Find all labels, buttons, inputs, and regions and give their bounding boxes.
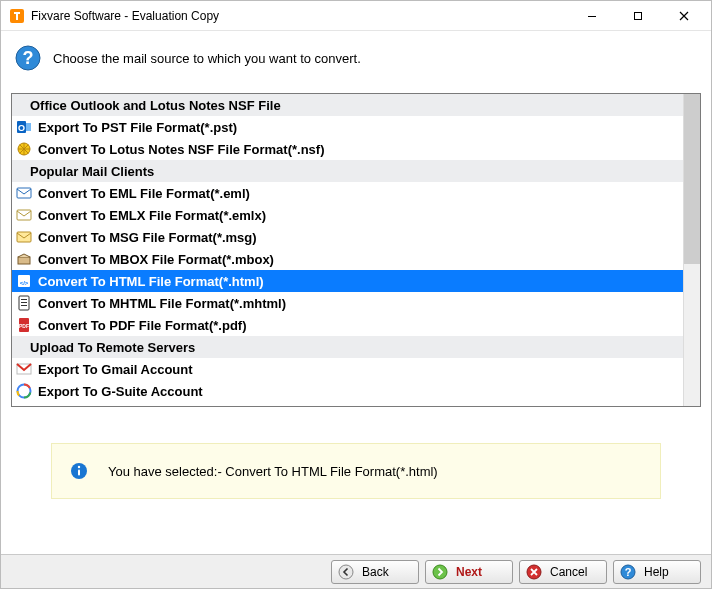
list-item[interactable]: Convert To Lotus Notes NSF File Format(*… [12,138,700,160]
cancel-button-label: Cancel [550,565,594,579]
maximize-button[interactable] [615,2,661,30]
list-item-label: Export To G-Suite Account [36,384,203,399]
list-group-header: Popular Mail Clients [12,160,700,182]
window-title: Fixvare Software - Evaluation Copy [31,9,569,23]
selection-hint: You have selected:- Convert To HTML File… [51,443,661,499]
list-item-label: Convert To MHTML File Format(*.mhtml) [36,296,286,311]
list-item-label: Export To Gmail Account [36,362,193,377]
gsuite-icon [16,383,32,399]
next-arrow-icon [432,564,448,580]
info-icon [70,462,88,480]
mbox-icon [16,251,32,267]
help-button-label: Help [644,565,688,579]
svg-text:</>: </> [20,280,29,286]
list-item[interactable]: Convert To MSG File Format(*.msg) [12,226,700,248]
svg-rect-9 [17,188,31,198]
svg-point-25 [78,466,80,468]
svg-rect-2 [635,12,642,19]
mhtml-icon [16,295,32,311]
list-header-label: Upload To Remote Servers [28,340,195,355]
titlebar: Fixvare Software - Evaluation Copy [1,1,711,31]
list-item[interactable]: </>Convert To HTML File Format(*.html) [12,270,700,292]
html-icon: </> [16,273,32,289]
next-button[interactable]: Next [425,560,513,584]
minimize-button[interactable] [569,2,615,30]
cancel-button[interactable]: Cancel [519,560,607,584]
selection-hint-text: You have selected:- Convert To HTML File… [108,464,438,479]
svg-rect-16 [21,299,27,300]
list-item[interactable]: PDFConvert To PDF File Format(*.pdf) [12,314,700,336]
wizard-window: Fixvare Software - Evaluation Copy ? Cho… [0,0,712,589]
list-item[interactable]: Convert To MBOX File Format(*.mbox) [12,248,700,270]
help-button[interactable]: ? Help [613,560,701,584]
svg-point-27 [433,565,447,579]
svg-rect-24 [78,470,80,476]
msg-icon [16,229,32,245]
gmail-icon [16,361,32,377]
app-icon [9,8,25,24]
list-header-label: Office Outlook and Lotus Notes NSF File [28,98,281,113]
back-button[interactable]: Back [331,560,419,584]
help-icon: ? [620,564,636,580]
eml-icon [16,185,32,201]
next-button-label: Next [456,565,500,579]
list-item-label: Convert To PDF File Format(*.pdf) [36,318,246,333]
cancel-icon [526,564,542,580]
list-item[interactable]: OExport To PST File Format(*.pst) [12,116,700,138]
svg-rect-12 [18,257,30,264]
back-button-label: Back [362,565,406,579]
svg-text:?: ? [625,566,632,578]
svg-rect-17 [21,302,27,303]
svg-rect-11 [17,232,31,242]
svg-rect-7 [26,123,31,131]
format-list: Office Outlook and Lotus Notes NSF FileO… [11,93,701,407]
svg-point-26 [339,565,353,579]
back-arrow-icon [338,564,354,580]
list-item[interactable]: Convert To EMLX File Format(*.emlx) [12,204,700,226]
system-buttons [569,2,707,30]
list-item-label: Convert To MBOX File Format(*.mbox) [36,252,274,267]
wizard-footer: Back Next Cancel ? Help [1,554,711,588]
scrollbar-thumb[interactable] [684,94,700,264]
list-group-header: Upload To Remote Servers [12,336,700,358]
svg-rect-18 [21,305,27,306]
list-item-label: Convert To Lotus Notes NSF File Format(*… [36,142,325,157]
list-header-label: Popular Mail Clients [28,164,154,179]
pdf-icon: PDF [16,317,32,333]
svg-rect-1 [588,16,596,17]
list-item-label: Convert To EMLX File Format(*.emlx) [36,208,266,223]
instruction-text: Choose the mail source to which you want… [53,51,361,66]
svg-text:O: O [18,123,25,133]
list-item-label: Convert To EML File Format(*.eml) [36,186,250,201]
list-item-label: Export To PST File Format(*.pst) [36,120,237,135]
outlook-icon: O [16,119,32,135]
svg-rect-10 [17,210,31,220]
close-button[interactable] [661,2,707,30]
list-group-header: Office Outlook and Lotus Notes NSF File [12,94,700,116]
lotus-icon [16,141,32,157]
svg-text:PDF: PDF [19,323,29,329]
list-item-label: Convert To HTML File Format(*.html) [36,274,264,289]
svg-text:?: ? [23,48,34,68]
list-item[interactable]: Convert To MHTML File Format(*.mhtml) [12,292,700,314]
emlx-icon [16,207,32,223]
list-item-label: Convert To MSG File Format(*.msg) [36,230,257,245]
list-item[interactable]: Export To G-Suite Account [12,380,700,402]
list-item[interactable]: Convert To EML File Format(*.eml) [12,182,700,204]
instruction-bar: ? Choose the mail source to which you wa… [1,31,711,93]
list-item[interactable]: Export To Gmail Account [12,358,700,380]
scrollbar[interactable] [683,94,700,406]
question-icon: ? [15,45,41,71]
